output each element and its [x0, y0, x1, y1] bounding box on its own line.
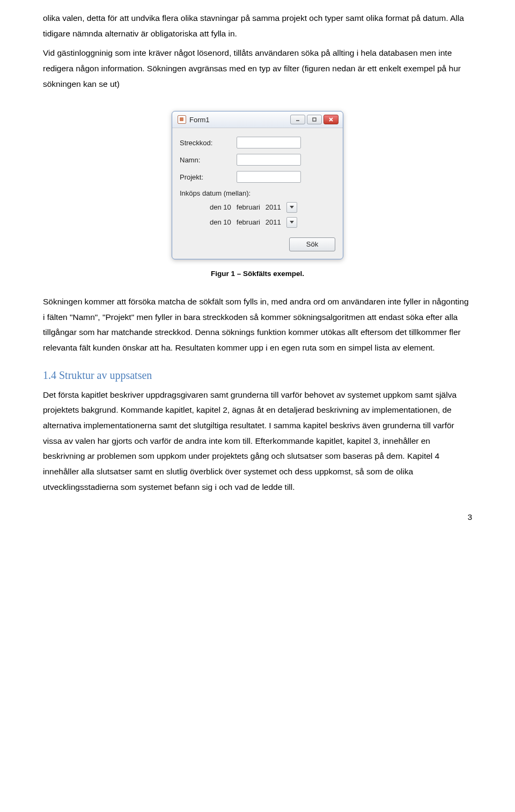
section-heading-1-4: 1.4 Struktur av uppsatsen	[43, 366, 472, 385]
maximize-button[interactable]	[307, 115, 322, 124]
figure-1: Form1 Streckkod: Namn:	[43, 111, 472, 279]
paragraph-3: Sökningen kommer att försöka matcha de s…	[43, 294, 472, 356]
page-number: 3	[43, 510, 472, 525]
button-row: Sök	[180, 237, 335, 251]
input-projekt[interactable]	[237, 171, 301, 183]
paragraph-4: Det första kapitlet beskriver uppdragsgi…	[43, 388, 472, 495]
paragraph-1: olika valen, detta för att undvika flera…	[43, 11, 472, 41]
date-from-month: februari	[237, 203, 260, 212]
input-streckkod[interactable]	[237, 137, 301, 148]
row-projekt: Projekt:	[180, 171, 335, 183]
label-inkops: Inköps datum (mellan):	[180, 189, 335, 198]
label-streckkod: Streckkod:	[180, 139, 233, 147]
date-from-day: den 10	[210, 203, 231, 212]
titlebar: Form1	[172, 111, 343, 128]
form-body: Streckkod: Namn: Projekt: Inköps datum (…	[172, 128, 343, 259]
form-window: Form1 Streckkod: Namn:	[172, 111, 343, 259]
chevron-down-icon	[290, 206, 294, 208]
paragraph-2: Vid gästinloggninig som inte kräver någo…	[43, 46, 472, 92]
window-title: Form1	[189, 116, 290, 124]
close-button[interactable]	[323, 115, 339, 124]
date-to-month: februari	[237, 218, 260, 227]
window-buttons	[290, 115, 339, 124]
date-to-year: 2011	[266, 218, 281, 227]
svg-rect-1	[313, 118, 316, 121]
label-namn: Namn:	[180, 156, 233, 165]
app-icon	[178, 115, 186, 124]
row-namn: Namn:	[180, 154, 335, 166]
minimize-button[interactable]	[290, 115, 305, 124]
label-projekt: Projekt:	[180, 173, 233, 182]
figure-caption: Figur 1 – Sökfälts exempel.	[211, 269, 304, 279]
date-to-dropdown[interactable]	[286, 217, 297, 228]
input-namn[interactable]	[237, 154, 301, 166]
search-button[interactable]: Sök	[289, 237, 335, 251]
date-to-day: den 10	[210, 218, 231, 227]
date-from-dropdown[interactable]	[286, 202, 297, 213]
chevron-down-icon	[290, 221, 294, 224]
row-streckkod: Streckkod:	[180, 137, 335, 148]
datepicker-from[interactable]: den 10 februari 2011	[180, 202, 335, 213]
datepicker-to[interactable]: den 10 februari 2011	[180, 217, 335, 228]
date-from-year: 2011	[266, 203, 281, 212]
